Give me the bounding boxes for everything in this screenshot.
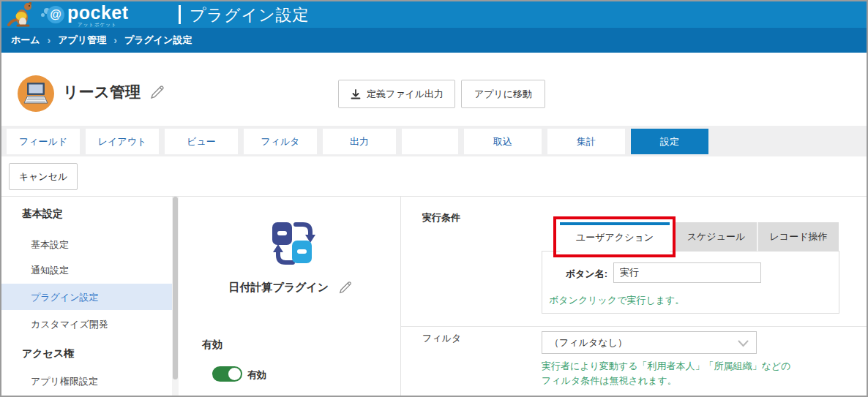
sidebar-section-access-rights: アクセス権 [22,347,74,360]
cancel-label: キャンセル [19,170,68,184]
toggle-knob [228,368,241,380]
execution-condition-label: 実行条件 [422,211,460,224]
tab-blank[interactable] [402,129,458,154]
chevron-down-icon [738,340,749,347]
export-definition-button[interactable]: 定義ファイル出力 [338,80,455,108]
sidebar-item-customize-development[interactable]: カスタマイズ開発 [31,318,108,331]
enabled-toggle[interactable] [212,366,242,382]
top-header: @ pocket アットポケット プラグイン設定 [1,1,867,28]
button-name-input[interactable] [613,262,761,283]
go-to-app-label: アプリに移動 [474,88,532,101]
tab-settings[interactable]: 設定 [631,129,708,154]
tab-filter[interactable]: フィルタ [244,129,317,154]
exec-tab-schedule[interactable]: スケジュール [676,222,757,252]
app-tab-bar: フィールド レイアウト ビュー フィルタ 出力 取込 集計 設定 [1,126,867,156]
breadcrumb-separator: › [113,34,117,46]
section-divider [401,326,867,327]
tab-view[interactable]: ビュー [165,129,238,154]
download-icon [350,88,362,100]
edit-app-name-pencil-icon[interactable] [149,84,165,100]
plugin-settings-page: @ pocket アットポケット プラグイン設定 ホーム › アプリ管理 › プ… [0,0,868,397]
panel-divider [400,197,401,396]
filter-note: 実行者により変動する「利用者本人」「所属組織」などのフィルタ条件は無視されます。 [542,359,796,388]
sidebar-item-notification-settings[interactable]: 通知設定 [31,264,69,277]
kangaroo-mascot-icon [7,2,40,27]
sidebar-item-basic-settings[interactable]: 基本設定 [31,238,69,252]
enabled-heading: 有効 [202,339,222,352]
filter-section-label: フィルタ [422,332,461,345]
plugin-name-row: 日付計算プラグイン [181,280,400,295]
filter-dropdown-value: （フィルタなし） [550,337,627,348]
edit-plugin-name-pencil-icon[interactable] [338,280,353,295]
breadcrumb-separator: › [48,34,51,46]
logo-dot-small [41,13,45,17]
sidebar-item-plugin-settings[interactable]: プラグイン設定 [1,284,172,310]
cancel-button[interactable]: キャンセル [9,163,78,190]
button-click-note: ボタンクリックで実行します。 [549,294,684,307]
exec-tab-user-action[interactable]: ユーザアクション [560,222,670,252]
app-avatar [18,75,54,112]
go-to-app-button[interactable]: アプリに移動 [461,80,545,108]
exec-tab-record-operation[interactable]: レコード操作 [757,222,839,252]
breadcrumb-current: プラグイン設定 [124,34,192,47]
tab-output[interactable]: 出力 [323,129,396,154]
plugin-name: 日付計算プラグイン [228,281,329,293]
sidebar-item-app-permission-settings[interactable]: アプリ権限設定 [31,375,98,388]
sidebar-scrollbar-thumb[interactable] [173,197,178,379]
breadcrumb: ホーム › アプリ管理 › プラグイン設定 [1,28,867,53]
sidebar-section-basic-settings: 基本設定 [22,208,63,221]
filter-dropdown[interactable]: （フィルタなし） [542,331,757,354]
date-calculation-plugin-icon [269,218,319,269]
title-separator [179,5,181,24]
brand-name: pocket [67,2,129,23]
sidebar-scrollbar-track [172,197,179,396]
tab-layout[interactable]: レイアウト [86,129,159,154]
export-definition-label: 定義ファイル出力 [367,88,444,101]
laptop-icon [18,75,54,112]
page-title: プラグイン設定 [190,4,310,26]
sidebar-item-plugin-settings-label: プラグイン設定 [31,291,99,304]
breadcrumb-app-management[interactable]: アプリ管理 [58,34,106,47]
app-name: リース管理 [63,82,141,102]
tab-aggregate[interactable]: 集計 [547,129,625,154]
at-symbol-icon: @ [47,6,64,23]
breadcrumb-home[interactable]: ホーム [11,34,40,47]
pocket-logo[interactable]: @ pocket アットポケット [7,1,176,28]
tab-import[interactable]: 取込 [464,129,542,154]
tab-fields[interactable]: フィールド [7,129,80,154]
content-divider [1,196,867,197]
enabled-toggle-label: 有効 [247,368,266,382]
button-name-label: ボタン名: [549,268,607,281]
